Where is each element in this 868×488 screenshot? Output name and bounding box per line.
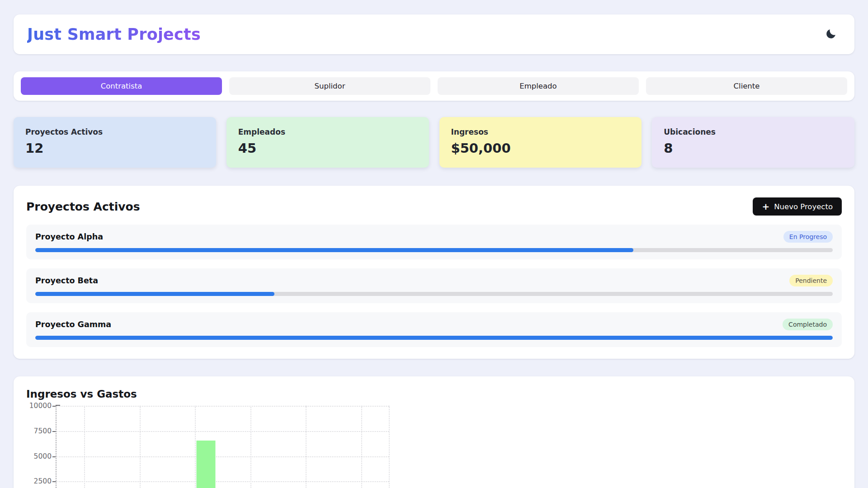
y-axis-tick-label: 5000 xyxy=(34,452,52,460)
tab-empleado[interactable]: Empleado xyxy=(438,77,639,95)
app-title: Just Smart Projects xyxy=(27,25,201,43)
v-gridline xyxy=(306,406,307,488)
stat-value: 45 xyxy=(238,141,417,156)
v-gridline xyxy=(250,406,251,488)
project-name: Proyecto Beta xyxy=(35,276,98,285)
moon-icon xyxy=(825,28,837,41)
stat-value: $50,000 xyxy=(451,141,630,156)
bar-chart: 25005000750010000 xyxy=(26,406,842,488)
y-axis-spine xyxy=(56,406,57,488)
progress-fill xyxy=(35,292,274,296)
stat-label: Empleados xyxy=(238,127,417,136)
chart-y-axis-labels: 25005000750010000 xyxy=(26,406,52,488)
project-row: Proyecto Gamma Completado xyxy=(26,312,842,347)
progress-bar xyxy=(35,292,833,296)
projects-card: Proyectos Activos + Nuevo Proyecto Proye… xyxy=(14,186,854,359)
tab-cliente[interactable]: Cliente xyxy=(646,77,847,95)
page-container: Just Smart Projects Contratista Suplidor… xyxy=(0,14,868,488)
stat-card-ubicaciones: Ubicaciones 8 xyxy=(652,117,854,168)
stat-label: Ingresos xyxy=(451,127,630,136)
projects-section-title: Proyectos Activos xyxy=(26,200,140,213)
h-gridline xyxy=(57,406,389,407)
stats-row: Proyectos Activos 12 Empleados 45 Ingres… xyxy=(14,117,854,168)
chart-title: Ingresos vs Gastos xyxy=(26,388,842,400)
new-project-button[interactable]: + Nuevo Proyecto xyxy=(753,197,842,216)
tab-contratista[interactable]: Contratista xyxy=(21,77,222,95)
bar-gastos xyxy=(197,441,216,488)
stat-card-empleados: Empleados 45 xyxy=(226,117,429,168)
projects-header: Proyectos Activos + Nuevo Proyecto xyxy=(26,197,842,216)
progress-fill xyxy=(35,336,833,340)
y-axis-top-cap xyxy=(56,405,60,406)
v-gridline xyxy=(361,406,362,488)
h-gridline xyxy=(57,456,389,457)
v-gridline xyxy=(389,406,390,488)
chart-plot-area xyxy=(57,406,389,488)
stat-card-proyectos: Proyectos Activos 12 xyxy=(14,117,216,168)
h-gridline xyxy=(57,481,389,482)
theme-toggle-button[interactable] xyxy=(821,24,841,44)
stat-value: 8 xyxy=(664,141,843,156)
header-card: Just Smart Projects xyxy=(14,14,854,54)
v-gridline xyxy=(140,406,141,488)
chart-card: Ingresos vs Gastos 25005000750010000 xyxy=(14,376,854,488)
y-axis-tick-label: 10000 xyxy=(29,402,52,410)
stat-card-ingresos: Ingresos $50,000 xyxy=(439,117,642,168)
project-row: Proyecto Beta Pendiente xyxy=(26,268,842,303)
stat-label: Proyectos Activos xyxy=(25,127,204,136)
progress-bar xyxy=(35,336,833,340)
y-axis-tick-label: 2500 xyxy=(34,477,52,485)
status-badge: Completado xyxy=(783,319,833,330)
project-name: Proyecto Alpha xyxy=(35,232,103,241)
progress-fill xyxy=(35,248,633,252)
tab-suplidor[interactable]: Suplidor xyxy=(229,77,430,95)
project-row: Proyecto Alpha En Progreso xyxy=(26,225,842,259)
bar-group xyxy=(175,441,216,488)
v-gridline xyxy=(84,406,85,488)
stat-label: Ubicaciones xyxy=(664,127,843,136)
y-axis-tick-label: 7500 xyxy=(34,427,52,435)
stat-value: 12 xyxy=(25,141,204,156)
status-badge: En Progreso xyxy=(783,231,833,243)
progress-bar xyxy=(35,248,833,252)
tab-bar: Contratista Suplidor Empleado Cliente xyxy=(14,71,854,101)
plus-icon: + xyxy=(762,202,769,211)
new-project-button-label: Nuevo Proyecto xyxy=(774,202,833,211)
project-name: Proyecto Gamma xyxy=(35,320,111,329)
status-badge: Pendiente xyxy=(789,275,833,286)
h-gridline xyxy=(57,431,389,432)
